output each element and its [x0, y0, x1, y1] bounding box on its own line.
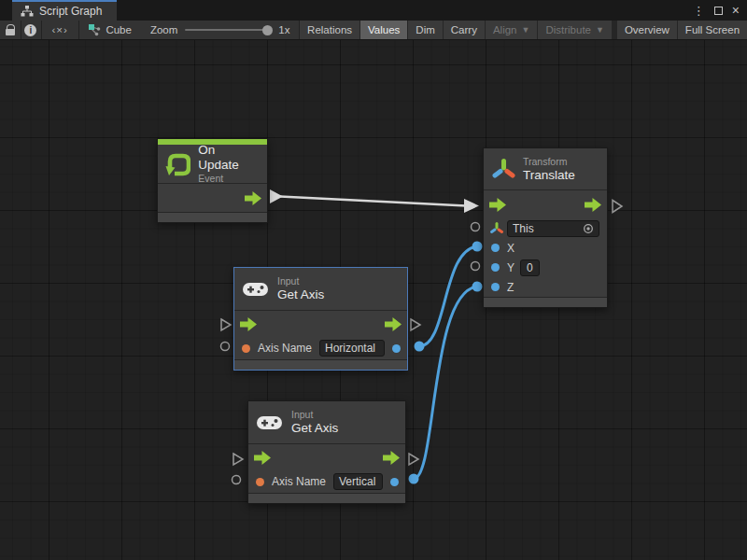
- titlebar-spacer: [117, 0, 692, 21]
- axis-name-field[interactable]: Vertical: [333, 473, 383, 490]
- x-input-port[interactable]: [491, 244, 500, 252]
- x-port-label: X: [507, 242, 514, 255]
- y-input-port[interactable]: [491, 263, 500, 272]
- z-port-label: Z: [507, 281, 514, 294]
- wire-endpoint-dot[interactable]: [409, 474, 419, 484]
- node-footer: [248, 493, 405, 503]
- graph-toolbar: ‹×› Cube Zoom 1x Relations Values Dim: [0, 21, 747, 40]
- window-menu-icon[interactable]: ⋮: [693, 5, 705, 17]
- node-title: Translate: [523, 168, 575, 183]
- node-subtitle: Input: [291, 409, 338, 421]
- chevron-down-icon: ▼: [596, 25, 604, 35]
- transform-icon: [491, 157, 515, 181]
- axis-name-input-port[interactable]: [256, 478, 264, 486]
- value-in-marker-translate-this[interactable]: [472, 223, 480, 231]
- flow-in-port[interactable]: [489, 198, 506, 212]
- carry-button[interactable]: Carry: [444, 21, 485, 39]
- transform-mini-icon: [489, 221, 503, 235]
- y-port-label: Y: [507, 261, 514, 274]
- value-preview-toggle[interactable]: ‹×›: [41, 21, 78, 39]
- dim-button[interactable]: Dim: [408, 21, 442, 39]
- full-screen-button[interactable]: Full Screen: [678, 21, 747, 39]
- graph-canvas[interactable]: On Update Event: [0, 40, 747, 560]
- breadcrumb[interactable]: Cube: [78, 21, 141, 39]
- node-subtitle: Input: [277, 275, 324, 287]
- toolbar-buttons: Relations Values Dim Carry Align ▼ Distr…: [300, 21, 747, 39]
- flow-out-port[interactable]: [385, 317, 402, 331]
- close-icon[interactable]: ×: [732, 4, 740, 17]
- zoom-value: 1x: [278, 24, 289, 35]
- graph-asset-icon: [88, 23, 101, 36]
- node-get-axis-horizontal[interactable]: Input Get Axis Axis Name Horizontal: [233, 267, 408, 371]
- value-in-marker-getaxis-h[interactable]: [221, 343, 230, 351]
- wire-endpoint-dot[interactable]: [415, 342, 425, 352]
- zoom-slider-handle[interactable]: [262, 25, 273, 35]
- flow-out-port[interactable]: [585, 198, 601, 212]
- flow-out-marker-getaxis-h[interactable]: [411, 319, 420, 330]
- wire-horizontal-to-x[interactable]: [419, 246, 479, 346]
- zoom-slider[interactable]: [185, 29, 271, 31]
- flow-out-marker-translate[interactable]: [613, 201, 622, 213]
- flow-out-port[interactable]: [245, 191, 261, 205]
- overview-button[interactable]: Overview: [617, 21, 677, 39]
- axis-name-label: Axis Name: [258, 342, 312, 355]
- title-bar: Script Graph ⋮ ×: [0, 0, 747, 21]
- wire-onupdate-to-translate[interactable]: [280, 197, 466, 206]
- values-button[interactable]: Values: [360, 21, 407, 39]
- axis-name-label: Axis Name: [272, 475, 326, 488]
- y-value-field[interactable]: 0: [520, 259, 540, 276]
- target-object-field[interactable]: This: [507, 220, 599, 237]
- node-title: Get Axis: [291, 421, 338, 436]
- relations-button[interactable]: Relations: [300, 21, 359, 39]
- lock-icon: [6, 29, 15, 35]
- inspect-button[interactable]: [21, 21, 41, 39]
- result-output-port[interactable]: [390, 478, 399, 486]
- flow-in-marker-getaxis-v[interactable]: [233, 454, 243, 465]
- graph-tab-icon: [21, 6, 34, 17]
- node-footer: [234, 359, 407, 370]
- maximize-icon[interactable]: [714, 7, 723, 15]
- distribute-dropdown[interactable]: Distribute ▼: [538, 21, 612, 39]
- flow-in-port[interactable]: [240, 317, 257, 331]
- axis-name-input-port[interactable]: [242, 344, 250, 353]
- flow-out-marker-getaxis-v[interactable]: [409, 454, 418, 465]
- flow-in-marker-getaxis-h[interactable]: [221, 319, 231, 330]
- tab-title: Script Graph: [39, 5, 102, 18]
- script-graph-window: Script Graph ⋮ × ‹×› Cube: [0, 0, 747, 560]
- align-dropdown[interactable]: Align ▼: [486, 21, 538, 39]
- wire-endpoint-dot[interactable]: [472, 282, 483, 292]
- z-input-port[interactable]: [491, 283, 500, 291]
- node-get-axis-vertical[interactable]: Input Get Axis Axis Name Vertical: [247, 400, 406, 504]
- wire-vertical-to-z[interactable]: [414, 287, 479, 479]
- tab-script-graph[interactable]: Script Graph: [12, 0, 117, 21]
- value-in-marker-getaxis-v[interactable]: [233, 476, 241, 484]
- chevron-down-icon: ▼: [522, 25, 530, 35]
- value-in-marker-translate-y[interactable]: [472, 262, 480, 271]
- node-footer: [158, 212, 267, 222]
- node-subtitle: Event: [198, 173, 258, 185]
- flow-out-port[interactable]: [383, 451, 400, 465]
- node-title: On Update: [198, 143, 258, 173]
- result-output-port[interactable]: [392, 344, 401, 353]
- node-title: Get Axis: [277, 287, 324, 302]
- gamepad-icon: [256, 413, 284, 432]
- object-picker-icon[interactable]: [583, 223, 594, 234]
- zoom-label: Zoom: [150, 24, 177, 35]
- breadcrumb-graph-name: Cube: [106, 24, 132, 35]
- axis-name-field[interactable]: Horizontal: [319, 340, 385, 357]
- node-footer: [484, 297, 607, 307]
- node-on-update[interactable]: On Update Event: [157, 138, 268, 223]
- flow-wire-dest-arrow[interactable]: [464, 199, 479, 213]
- node-subtitle: Transform: [523, 156, 575, 168]
- node-translate[interactable]: Transform Translate: [483, 147, 608, 308]
- flow-in-port[interactable]: [254, 451, 271, 465]
- wire-endpoint-dot[interactable]: [472, 242, 483, 252]
- lock-button[interactable]: [0, 21, 21, 39]
- info-icon: [24, 24, 36, 36]
- gamepad-icon: [242, 280, 270, 299]
- on-update-loop-icon: [165, 151, 190, 177]
